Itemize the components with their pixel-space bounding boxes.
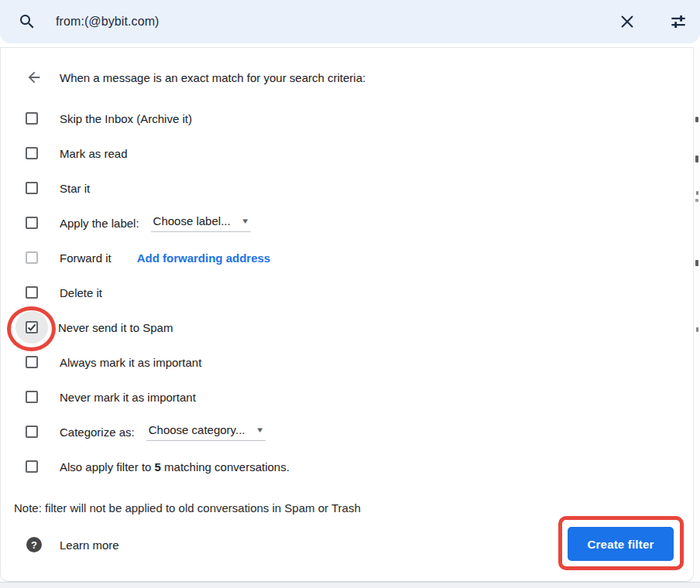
option-label: Forward it xyxy=(60,251,112,265)
checkbox-star-it[interactable] xyxy=(26,182,38,194)
filter-option-row: Mark as read xyxy=(0,140,694,166)
learn-more-link[interactable]: Learn more xyxy=(60,538,119,552)
gmail-search-bar[interactable]: from:(@bybit.com) xyxy=(0,0,700,43)
filter-panel-header: When a message is an exact match for you… xyxy=(0,67,694,88)
checkbox-never-spam-checked[interactable] xyxy=(26,321,38,333)
filter-option-row: Delete it xyxy=(0,279,694,306)
option-label: Never send it to Spam xyxy=(58,321,173,334)
filter-option-row: Never mark it as important xyxy=(0,384,694,410)
filter-option-row: Apply the label: Choose label... ▾ xyxy=(0,210,694,236)
matching-count: 5 xyxy=(155,460,161,473)
option-label: Delete it xyxy=(60,286,102,299)
note-text: Note: filter will not be applied to old … xyxy=(14,501,361,514)
checkbox-delete-it[interactable] xyxy=(26,286,38,299)
option-label: Categorize as: xyxy=(60,426,135,439)
filter-option-row: Never send it to Spam xyxy=(0,314,694,340)
page-behind-gutter xyxy=(694,47,700,582)
checkbox-apply-label[interactable] xyxy=(26,217,38,229)
option-label: Also apply filter to 5 matching conversa… xyxy=(60,460,290,473)
option-label: Skip the Inbox (Archive it) xyxy=(60,112,192,125)
option-label: Apply the label: xyxy=(60,217,139,230)
dropdown-arrow-icon: ▾ xyxy=(242,216,248,226)
back-arrow-icon[interactable] xyxy=(26,69,43,86)
filter-option-row: Forward it Add forwarding address xyxy=(0,244,694,271)
dropdown-arrow-icon: ▾ xyxy=(257,425,262,435)
footer-help: ? Learn more xyxy=(0,532,119,557)
choose-category-dropdown[interactable]: Choose category... ▾ xyxy=(146,423,266,441)
panel-title: When a message is an exact match for you… xyxy=(60,71,365,84)
filter-option-row: Star it xyxy=(0,175,694,201)
create-filter-button[interactable]: Create filter xyxy=(568,527,674,561)
filter-option-row: Also apply filter to 5 matching conversa… xyxy=(0,453,694,480)
dropdown-value: Choose label... xyxy=(153,214,231,227)
checkbox-also-apply[interactable] xyxy=(26,460,38,473)
checkmark-icon xyxy=(27,323,36,332)
choose-label-dropdown[interactable]: Choose label... ▾ xyxy=(151,214,252,232)
checkbox-always-important[interactable] xyxy=(26,356,38,368)
checkbox-hover-circle xyxy=(15,311,48,344)
option-label: Star it xyxy=(60,182,90,195)
dropdown-value: Choose category... xyxy=(149,423,245,436)
page-bottom-strip xyxy=(0,582,700,588)
help-icon[interactable]: ? xyxy=(26,537,42,552)
option-label: Mark as read xyxy=(60,147,128,160)
option-label: Always mark it as important xyxy=(60,356,201,369)
checkbox-forward-it[interactable] xyxy=(26,251,38,264)
filter-option-row: Always mark it as important xyxy=(0,349,694,375)
checkbox-never-important[interactable] xyxy=(26,391,38,403)
checkbox-skip-inbox[interactable] xyxy=(26,112,38,125)
close-icon[interactable] xyxy=(619,13,636,30)
add-forwarding-address-link[interactable]: Add forwarding address xyxy=(137,251,271,265)
checkbox-mark-as-read[interactable] xyxy=(26,147,38,159)
search-query-input[interactable]: from:(@bybit.com) xyxy=(56,0,160,43)
option-label: Never mark it as important xyxy=(60,391,196,404)
search-options-tune-icon[interactable] xyxy=(668,12,688,32)
search-icon[interactable] xyxy=(18,12,36,31)
checkbox-categorize-as[interactable] xyxy=(26,426,38,438)
filter-option-row: Categorize as: Choose category... ▾ xyxy=(0,419,694,445)
filter-option-row: Skip the Inbox (Archive it) xyxy=(0,105,694,132)
